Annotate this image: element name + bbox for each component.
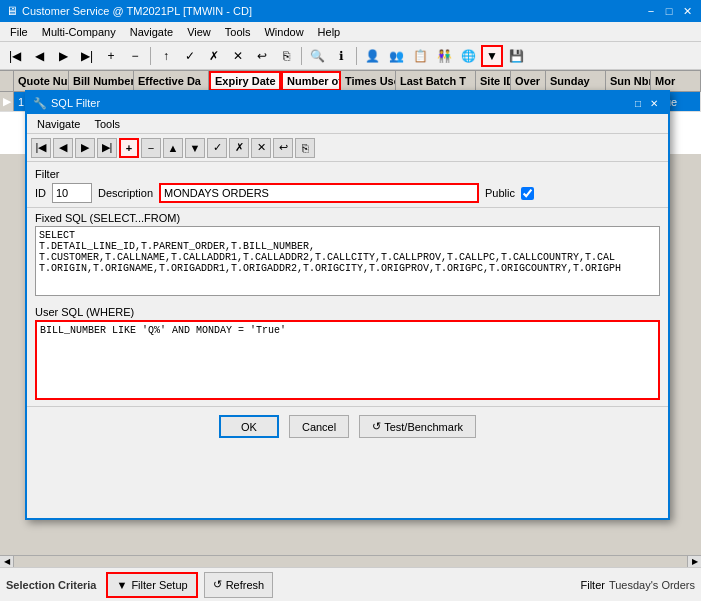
undo-btn[interactable]: ↩: [251, 45, 273, 67]
filter-btn[interactable]: ▼: [481, 45, 503, 67]
col-sun-nbr[interactable]: Sun Nbr: [606, 71, 651, 91]
app-icon: 🖥: [6, 4, 18, 18]
dtb-next-btn[interactable]: ▶: [75, 138, 95, 158]
dialog-toolbar: |◀ ◀ ▶ ▶| + − ▲ ▼ ✓ ✗ ✕ ↩ ⎘: [27, 134, 668, 162]
menu-help[interactable]: Help: [312, 24, 347, 40]
dialog-menu-tools[interactable]: Tools: [88, 116, 126, 132]
dtb-cancel-btn[interactable]: ✗: [229, 138, 249, 158]
dtb-prev-btn[interactable]: ◀: [53, 138, 73, 158]
title-bar: 🖥 Customer Service @ TM2021PL [TMWIN - C…: [0, 0, 701, 22]
filter-display-area: Filter Tuesday's Orders: [580, 579, 695, 591]
menu-view[interactable]: View: [181, 24, 217, 40]
dtb-check-btn[interactable]: ✓: [207, 138, 227, 158]
col-expiry-date[interactable]: Expiry Date: [209, 71, 281, 91]
id-label: ID: [35, 187, 46, 199]
dtb-close-btn[interactable]: ✕: [251, 138, 271, 158]
col-over[interactable]: Over: [511, 71, 546, 91]
refresh-button[interactable]: ↺ Refresh: [204, 572, 274, 598]
cancel-button[interactable]: Cancel: [289, 415, 349, 438]
menu-tools[interactable]: Tools: [219, 24, 257, 40]
scroll-left-btn[interactable]: ◀: [0, 556, 14, 568]
maximize-btn[interactable]: □: [661, 3, 677, 19]
col-quote-num[interactable]: Quote Num: [14, 71, 69, 91]
menu-bar: File Multi-Company Navigate View Tools W…: [0, 22, 701, 42]
col-times-used[interactable]: Times Used: [341, 71, 396, 91]
refresh-icon: ↺: [213, 578, 222, 591]
menu-multicompany[interactable]: Multi-Company: [36, 24, 122, 40]
nav-next-btn[interactable]: ▶: [52, 45, 74, 67]
globe-btn[interactable]: 🌐: [457, 45, 479, 67]
checkmark-btn[interactable]: ✓: [179, 45, 201, 67]
dialog-menu-navigate[interactable]: Navigate: [31, 116, 86, 132]
window-controls: − □ ✕: [643, 3, 695, 19]
save-btn[interactable]: 💾: [505, 45, 527, 67]
col-last-batch[interactable]: Last Batch T: [396, 71, 476, 91]
people-btn[interactable]: 👫: [433, 45, 455, 67]
add-btn[interactable]: +: [100, 45, 122, 67]
filter-display-label: Filter: [580, 579, 604, 591]
public-label: Public: [485, 187, 515, 199]
nav-first-btn[interactable]: |◀: [4, 45, 26, 67]
filter-row: ID Description Public: [35, 183, 660, 203]
dialog-title: SQL Filter: [51, 97, 630, 109]
col-sunday[interactable]: Sunday: [546, 71, 606, 91]
col-more[interactable]: Mor: [651, 71, 701, 91]
up-btn[interactable]: ↑: [155, 45, 177, 67]
menu-file[interactable]: File: [4, 24, 34, 40]
header-indicator: [0, 71, 14, 91]
group-btn[interactable]: 👥: [385, 45, 407, 67]
filter-setup-button[interactable]: ▼ Filter Setup: [106, 572, 197, 598]
dialog-close-btn[interactable]: ✕: [646, 95, 662, 111]
dialog-title-bar: 🔧 SQL Filter □ ✕: [27, 92, 668, 114]
dtb-undo-btn[interactable]: ↩: [273, 138, 293, 158]
desc-label: Description: [98, 187, 153, 199]
public-checkbox[interactable]: [521, 187, 534, 200]
minimize-btn[interactable]: −: [643, 3, 659, 19]
filter-desc-input[interactable]: [159, 183, 479, 203]
search-btn[interactable]: 🔍: [306, 45, 328, 67]
dtb-down-btn[interactable]: ▼: [185, 138, 205, 158]
close-btn[interactable]: ✕: [679, 3, 695, 19]
selection-criteria-label: Selection Criteria: [6, 579, 96, 591]
dialog-minimize-btn[interactable]: □: [630, 95, 646, 111]
horizontal-scrollbar[interactable]: ◀ ▶: [0, 555, 701, 567]
dtb-last-btn[interactable]: ▶|: [97, 138, 117, 158]
delete-btn[interactable]: −: [124, 45, 146, 67]
app-title: Customer Service @ TM2021PL [TMWIN - CD]: [22, 5, 643, 17]
nav-last-btn[interactable]: ▶|: [76, 45, 98, 67]
sql-filter-dialog: 🔧 SQL Filter □ ✕ Navigate Tools |◀ ◀ ▶ ▶…: [25, 90, 670, 520]
menu-navigate[interactable]: Navigate: [124, 24, 179, 40]
status-bar: Selection Criteria ▼ Filter Setup ↺ Refr…: [0, 567, 701, 601]
dtb-copy-btn[interactable]: ⎘: [295, 138, 315, 158]
user-btn[interactable]: 👤: [361, 45, 383, 67]
dtb-first-btn[interactable]: |◀: [31, 138, 51, 158]
col-number-of[interactable]: Number of: [281, 71, 341, 91]
test-icon: ↺: [372, 420, 381, 433]
col-site-id[interactable]: Site ID: [476, 71, 511, 91]
dtb-add-btn[interactable]: +: [119, 138, 139, 158]
ok-button[interactable]: OK: [219, 415, 279, 438]
dtb-remove-btn[interactable]: −: [141, 138, 161, 158]
scroll-right-btn[interactable]: ▶: [687, 556, 701, 568]
filter-display-value: Tuesday's Orders: [609, 579, 695, 591]
col-bill-number[interactable]: Bill Number: [69, 71, 134, 91]
menu-window[interactable]: Window: [258, 24, 309, 40]
filter-section: Filter ID Description Public: [27, 162, 668, 208]
close-btn2[interactable]: ✕: [227, 45, 249, 67]
nav-prev-btn[interactable]: ◀: [28, 45, 50, 67]
filter-id-input[interactable]: [52, 183, 92, 203]
dtb-up-btn[interactable]: ▲: [163, 138, 183, 158]
copy-btn[interactable]: ⎘: [275, 45, 297, 67]
user-sql-label: User SQL (WHERE): [35, 306, 660, 318]
dialog-buttons-area: OK Cancel ↺ Test/Benchmark: [27, 406, 668, 446]
info-btn[interactable]: ℹ: [330, 45, 352, 67]
col-effective-date[interactable]: Effective Da: [134, 71, 209, 91]
list-btn[interactable]: 📋: [409, 45, 431, 67]
cancel-btn[interactable]: ✗: [203, 45, 225, 67]
user-sql-textarea[interactable]: BILL_NUMBER LIKE 'Q%' AND MONDAY = 'True…: [35, 320, 660, 400]
dialog-icon: 🔧: [33, 97, 47, 110]
test-benchmark-button[interactable]: ↺ Test/Benchmark: [359, 415, 476, 438]
fixed-sql-textarea[interactable]: SELECT T.DETAIL_LINE_ID,T.PARENT_ORDER,T…: [35, 226, 660, 296]
filter-setup-icon: ▼: [116, 579, 127, 591]
toolbar-sep-2: [301, 47, 302, 65]
